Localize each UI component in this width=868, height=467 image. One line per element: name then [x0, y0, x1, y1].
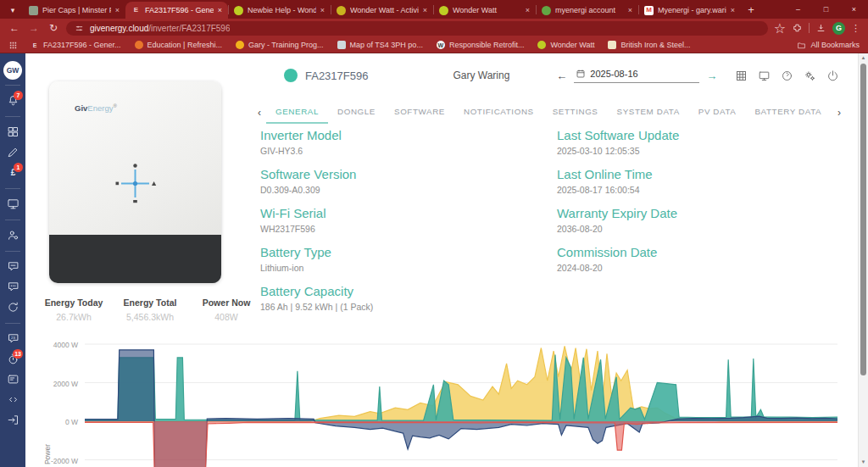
- inverter-base: [49, 235, 221, 283]
- browser-tab[interactable]: myenergi account×: [536, 2, 638, 19]
- scroll-up-icon[interactable]: ▲: [861, 53, 866, 63]
- info-value: 2025-03-10 12:05:35: [557, 146, 854, 156]
- bookmark-star-button[interactable]: ☆: [774, 20, 786, 36]
- tabs-scroll-right-icon[interactable]: ›: [832, 107, 846, 119]
- sidebar-item-messages[interactable]: [0, 257, 25, 277]
- sidebar-item-account[interactable]: [0, 225, 25, 246]
- bookmark-item[interactable]: Gary - Training Prog...: [236, 41, 324, 49]
- tab-list: Pier Caps | Minster Paving | Wa×EFA2317F…: [23, 0, 741, 19]
- info-value: D0.309-A0.309: [260, 185, 557, 195]
- tab-close-icon[interactable]: ×: [423, 6, 427, 14]
- tab-scroll-area: GENERALDONGLESOFTWARENOTIFICATIONSSETTIN…: [266, 102, 832, 124]
- sidebar-item-developer[interactable]: [0, 390, 25, 410]
- tab-close-icon[interactable]: ×: [115, 6, 120, 14]
- monitor-icon: [7, 197, 19, 210]
- bookmark-item[interactable]: EFA2317F596 - Gener...: [31, 41, 121, 49]
- tab-notifications[interactable]: NOTIFICATIONS: [454, 102, 543, 124]
- gears-icon[interactable]: [804, 69, 816, 82]
- browser-tab[interactable]: Wonder Watt×: [433, 2, 536, 19]
- sidebar-item-history[interactable]: 13: [0, 349, 25, 370]
- all-bookmarks-button[interactable]: All Bookmarks: [797, 41, 860, 50]
- extensions-button[interactable]: [792, 23, 803, 34]
- bookmark-favicon: W: [437, 41, 445, 49]
- reload-button[interactable]: ↻: [47, 22, 60, 34]
- bookmark-title: Wonder Watt: [550, 41, 594, 49]
- previous-day-button[interactable]: ←: [556, 70, 567, 81]
- minimize-button[interactable]: –: [784, 0, 812, 19]
- tab-close-icon[interactable]: ×: [731, 6, 735, 14]
- sidebar-item-dashboard[interactable]: [0, 122, 25, 142]
- apps-grid-icon[interactable]: [8, 41, 18, 50]
- tab-general[interactable]: GENERAL: [266, 102, 328, 124]
- tab-search-button[interactable]: ▾: [4, 3, 21, 18]
- close-button[interactable]: ×: [840, 0, 868, 19]
- tab-system-data[interactable]: SYSTEM DATA: [608, 102, 689, 124]
- sidebar-item-edit[interactable]: [0, 142, 25, 163]
- tab-dongle[interactable]: DONGLE: [328, 102, 385, 124]
- tab-pv-data[interactable]: PV DATA: [689, 102, 746, 124]
- tab-title: Myenergi - gary.waring7@gma: [658, 6, 726, 14]
- bookmark-title: British Iron & Steel...: [620, 41, 690, 49]
- sidebar-divider: [5, 323, 20, 324]
- grid-view-icon[interactable]: [735, 69, 748, 82]
- address-bar[interactable]: givenergy.cloud/inverter/FA2317F596: [66, 21, 768, 36]
- bookmark-item[interactable]: British Iron & Steel...: [608, 41, 690, 49]
- sidebar-divider: [5, 220, 20, 220]
- back-button[interactable]: ←: [8, 22, 21, 34]
- bookmark-item[interactable]: Map of TS4 3PH po...: [337, 41, 423, 49]
- tab-software[interactable]: SOFTWARE: [385, 102, 454, 124]
- browser-tab[interactable]: EFA2317F596 - General | givene×: [125, 2, 228, 19]
- browser-tab[interactable]: Pier Caps | Minster Paving | Wa×: [23, 2, 125, 19]
- bookmark-item[interactable]: Wonder Watt: [537, 41, 594, 49]
- tabs-scroll-left-icon[interactable]: ‹: [253, 107, 266, 119]
- info-column-right: Last Software Update2025-03-10 12:05:35L…: [557, 128, 854, 323]
- sidebar-item-feedback[interactable]: [0, 277, 25, 297]
- forward-button[interactable]: →: [27, 22, 41, 34]
- bookmark-favicon: [135, 41, 143, 49]
- sidebar-item-notes[interactable]: [0, 370, 25, 390]
- maximize-button[interactable]: □: [812, 0, 840, 19]
- stat-value: 26.7kWh: [37, 312, 110, 322]
- page-scrollbar[interactable]: ▲ ▼: [858, 53, 868, 467]
- next-day-button[interactable]: →: [706, 70, 717, 81]
- info-field: Warranty Expiry Date2036-08-20: [557, 206, 854, 234]
- scroll-down-icon[interactable]: ▼: [861, 458, 866, 467]
- tab-settings[interactable]: SETTINGS: [543, 102, 608, 124]
- tab-close-icon[interactable]: ×: [320, 6, 325, 14]
- sidebar-divider: [5, 85, 20, 86]
- gauge-icon[interactable]: [781, 69, 793, 82]
- profile-avatar[interactable]: G: [832, 22, 845, 35]
- info-field: Wi-Fi SerialWH2317F596: [260, 206, 557, 234]
- stat-item: Power Now408W: [190, 297, 263, 322]
- sidebar-item-sync[interactable]: [0, 297, 25, 318]
- release-notes-count: 23: [11, 336, 15, 340]
- date-field[interactable]: 2025-08-16: [574, 68, 699, 83]
- bookmark-item[interactable]: WResponsible Retrofit...: [437, 41, 525, 49]
- sidebar-item-release-notes[interactable]: 23: [0, 329, 25, 349]
- browser-tab[interactable]: Newbie Help - Wonder Watt C×: [228, 2, 331, 19]
- bookmark-item[interactable]: Education | Refreshi...: [135, 41, 222, 49]
- browser-tab[interactable]: MMyenergi - gary.waring7@gma×: [638, 2, 741, 19]
- date-value: 2025-08-16: [590, 69, 637, 79]
- tab-battery-data[interactable]: BATTERY DATA: [745, 102, 831, 124]
- sidebar-item-tariffs[interactable]: £ 1: [0, 163, 25, 183]
- display-icon[interactable]: [758, 69, 771, 82]
- power-icon[interactable]: [826, 69, 839, 82]
- info-label: Commission Date: [557, 245, 854, 259]
- tab-close-icon[interactable]: ×: [218, 6, 222, 14]
- sidebar-divider: [5, 188, 20, 189]
- downloads-button[interactable]: [815, 23, 826, 34]
- browser-tab[interactable]: Wonder Watt - Activity Log×: [331, 2, 433, 19]
- sidebar-item-logout[interactable]: [0, 410, 25, 431]
- browser-menu-button[interactable]: ⋮: [851, 23, 860, 34]
- sidebar-item-notifications[interactable]: 7: [0, 91, 25, 111]
- scrollbar-thumb[interactable]: [860, 64, 866, 375]
- info-label: Software Version: [260, 167, 557, 181]
- site-info-icon[interactable]: [75, 24, 84, 33]
- user-avatar[interactable]: GW: [3, 61, 22, 80]
- new-tab-button[interactable]: +: [741, 3, 761, 19]
- tab-close-icon[interactable]: ×: [628, 6, 632, 14]
- sidebar-item-remote-monitor[interactable]: [0, 194, 25, 214]
- tab-close-icon[interactable]: ×: [526, 6, 530, 14]
- tab-title: Wonder Watt: [453, 6, 521, 14]
